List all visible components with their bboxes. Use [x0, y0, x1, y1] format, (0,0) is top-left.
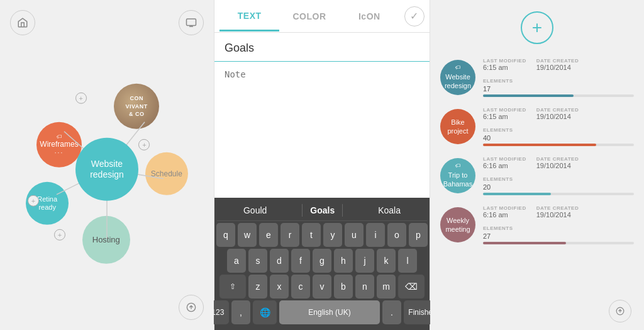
- autocomplete-word-3[interactable]: Koala: [370, 204, 408, 217]
- key-k[interactable]: k: [377, 249, 396, 273]
- check-button[interactable]: ✓: [404, 6, 425, 26]
- key-t[interactable]: t: [302, 223, 321, 247]
- list-footer: [430, 293, 644, 330]
- key-shift[interactable]: ⇧: [219, 275, 246, 299]
- key-i[interactable]: i: [366, 223, 385, 247]
- key-x[interactable]: x: [270, 275, 289, 299]
- key-s[interactable]: s: [248, 249, 267, 273]
- key-f[interactable]: f: [291, 249, 310, 273]
- tab-color[interactable]: COLOR: [279, 3, 339, 30]
- mindmap-container: Websiteredesign 🏷 Wireframes ··· CONVIVA…: [19, 62, 195, 276]
- keyboard-row-4: ?123 , 🌐 English (UK) . Finished: [217, 300, 427, 324]
- svg-rect-0: [187, 19, 196, 26]
- key-y[interactable]: y: [323, 223, 342, 247]
- key-j[interactable]: j: [355, 249, 374, 273]
- keyboard-row-2: a s d f g h j k l: [217, 249, 427, 273]
- autocomplete-word-2[interactable]: Goals: [302, 204, 343, 217]
- key-l[interactable]: l: [398, 249, 417, 273]
- editor-panel: TEXT COLOR IcON ✓ Gould Goals Koala q w …: [214, 0, 430, 330]
- keyboard: Gould Goals Koala q w e r t y u i o p a …: [214, 198, 430, 330]
- key-b[interactable]: b: [334, 275, 353, 299]
- key-n[interactable]: n: [355, 275, 374, 299]
- key-z[interactable]: z: [248, 275, 267, 299]
- avatar-website-redesign: 🏷 Websiteredesign: [440, 60, 475, 95]
- autocomplete-word-1[interactable]: Gould: [236, 204, 274, 217]
- key-v[interactable]: v: [313, 275, 331, 299]
- add-item-button[interactable]: +: [521, 11, 553, 44]
- key-space[interactable]: English (UK): [279, 300, 380, 324]
- key-e[interactable]: e: [259, 223, 278, 247]
- list-item[interactable]: Weeklymeeting LAST MODIFIED 6:16 am DATE…: [430, 200, 644, 249]
- list-item[interactable]: 🏷 Trip toBahamas LAST MODIFIED 6:16 am D…: [430, 151, 644, 200]
- list-item[interactable]: Bikeproject LAST MODIFIED 6:15 am DATE C…: [430, 102, 644, 151]
- list-header: +: [430, 0, 644, 50]
- plus-node-3[interactable]: +: [28, 195, 39, 207]
- key-backspace[interactable]: ⌫: [398, 275, 425, 299]
- list-container: 🏷 Websiteredesign LAST MODIFIED 6:15 am …: [430, 50, 644, 293]
- plus-node-1[interactable]: +: [75, 92, 87, 103]
- key-p[interactable]: p: [409, 223, 428, 247]
- key-a[interactable]: a: [227, 249, 246, 273]
- circle-website-redesign[interactable]: Websiteredesign: [75, 138, 138, 201]
- list-item-meta-4: LAST MODIFIED 6:16 am DATE CREATED 19/10…: [483, 205, 634, 244]
- key-m[interactable]: m: [377, 275, 396, 299]
- tab-text[interactable]: TEXT: [219, 2, 279, 31]
- tab-bar: TEXT COLOR IcON ✓: [214, 0, 430, 33]
- upload-button[interactable]: [179, 295, 204, 320]
- key-d[interactable]: d: [270, 249, 289, 273]
- keyboard-row-1: q w e r t y u i o p: [217, 223, 427, 247]
- list-item-meta-1: LAST MODIFIED 6:15 am DATE CREATED 19/10…: [483, 58, 634, 97]
- home-button[interactable]: [10, 10, 35, 35]
- list-panel: + 🏷 Websiteredesign LAST MODIFIED 6:15 a…: [430, 0, 644, 330]
- avatar-bike-project: Bikeproject: [440, 109, 475, 144]
- mindmap-panel: Websiteredesign 🏷 Wireframes ··· CONVIVA…: [0, 0, 214, 330]
- key-w[interactable]: w: [238, 223, 257, 247]
- key-c[interactable]: c: [291, 275, 310, 299]
- key-o[interactable]: o: [387, 223, 406, 247]
- key-u[interactable]: u: [345, 223, 364, 247]
- title-input[interactable]: [214, 33, 430, 62]
- key-globe[interactable]: 🌐: [253, 300, 277, 324]
- avatar-trip-bahamas: 🏷 Trip toBahamas: [440, 158, 475, 193]
- monitor-button[interactable]: [179, 10, 204, 35]
- key-q[interactable]: q: [216, 223, 235, 247]
- key-period[interactable]: .: [382, 300, 401, 324]
- list-item-meta-2: LAST MODIFIED 6:15 am DATE CREATED 19/10…: [483, 107, 634, 146]
- tab-icon[interactable]: IcON: [340, 3, 399, 30]
- key-comma[interactable]: ,: [231, 300, 250, 324]
- keyboard-row-3: ⇧ z x c v b n m ⌫: [217, 275, 427, 299]
- list-item-meta-3: LAST MODIFIED 6:16 am DATE CREATED 19/10…: [483, 156, 634, 195]
- scroll-up-button[interactable]: [609, 300, 631, 322]
- autocomplete-bar: Gould Goals Koala: [217, 202, 427, 221]
- list-item[interactable]: 🏷 Websiteredesign LAST MODIFIED 6:15 am …: [430, 53, 644, 102]
- key-h[interactable]: h: [334, 249, 353, 273]
- key-g[interactable]: g: [313, 249, 331, 273]
- key-r[interactable]: r: [280, 223, 299, 247]
- note-input[interactable]: [214, 62, 430, 198]
- avatar-weekly-meeting: Weeklymeeting: [440, 207, 475, 242]
